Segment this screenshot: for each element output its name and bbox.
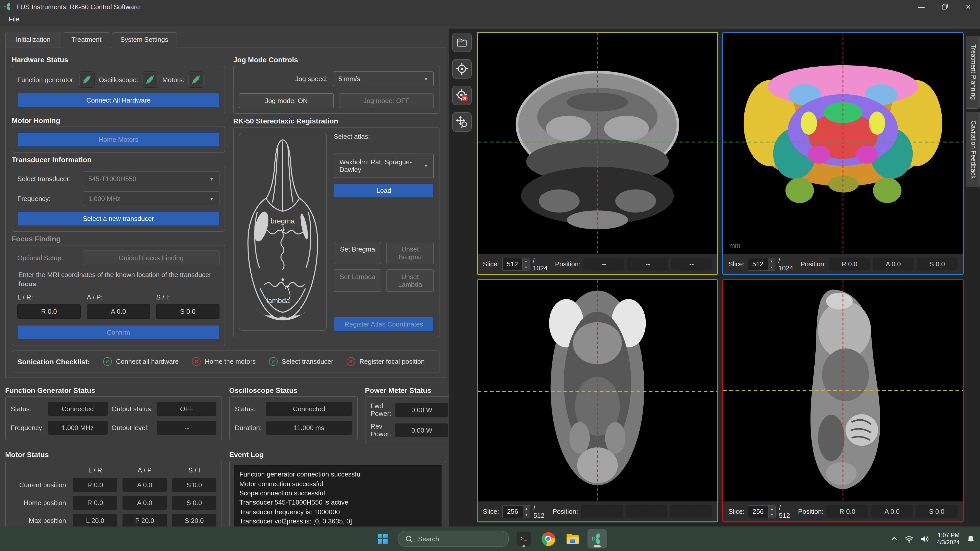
event-log-line: Transducer frequency is: 1000000 xyxy=(239,508,436,517)
chrome-taskbar-button[interactable] xyxy=(538,529,558,548)
fus-app-taskbar-button[interactable] xyxy=(587,529,607,548)
axial-mri-image[interactable] xyxy=(478,280,717,501)
position-lr: R 0.0 xyxy=(827,505,868,518)
jog-speed-select[interactable]: 5 mm/s ▼ xyxy=(333,71,434,86)
close-button[interactable]: ✕ xyxy=(956,0,980,13)
atlas-select[interactable]: Waxholm: Rat, Sprague-Dawley ▼ xyxy=(334,154,434,178)
function-generator-label: Function generator: xyxy=(18,76,75,83)
connect-all-hardware-button[interactable]: Connect All Hardware xyxy=(18,93,220,108)
slice-spinbox[interactable]: 512 ▲▼ xyxy=(502,257,530,271)
function-generator-status-indicator[interactable] xyxy=(78,71,95,88)
frequency-select[interactable]: 1.000 MHz ▼ xyxy=(83,191,220,206)
register-atlas-coordinates-button[interactable]: Register Atlas Coordinates xyxy=(334,317,434,332)
terminal-icon: >_ xyxy=(517,532,531,546)
viewer-axial-mri[interactable]: Slice: 256 ▲▼ / 512 Position: -- -- -- xyxy=(477,279,718,522)
jog-mode-off-button[interactable]: Jog mode: OFF xyxy=(339,94,434,108)
fg-output-status-value: OFF xyxy=(157,402,216,416)
spin-down-icon[interactable]: ▼ xyxy=(768,511,775,518)
clock-date: 4/3/2024 xyxy=(937,539,959,546)
slice-spinbox[interactable]: 256 ▲▼ xyxy=(748,505,776,518)
menubar: File xyxy=(0,13,980,25)
fwd-power-value: 0.00 W xyxy=(395,403,449,416)
event-log-line: Transducer 545-T1000H550 is active xyxy=(239,498,436,508)
sagittal-mri-image[interactable] xyxy=(723,280,963,501)
slice-spinbox[interactable]: 512 ▲▼ xyxy=(748,257,775,271)
tab-treatment-planning[interactable]: Treatment Planning xyxy=(966,36,980,108)
spin-up-icon[interactable]: ▲ xyxy=(768,258,775,264)
osc-duration-value: 11.000 ms xyxy=(266,421,352,435)
viewer-sagittal-mri[interactable]: Slice: 256 ▲▼ / 512 Position: R 0.0 A 0.… xyxy=(722,279,964,522)
set-lambda-button[interactable]: Set Lambda xyxy=(334,269,381,292)
clear-target-button[interactable] xyxy=(452,86,472,105)
focus-lr-input[interactable]: R 0.0 xyxy=(18,304,81,319)
position-lr: -- xyxy=(584,258,624,270)
event-log-title: Event Log xyxy=(229,451,446,459)
wifi-icon[interactable] xyxy=(904,535,914,543)
file-menu[interactable]: File xyxy=(4,14,24,24)
coronal-mri-image[interactable] xyxy=(478,33,717,254)
max-position-si: S 20.0 xyxy=(172,514,216,527)
file-explorer-taskbar-button[interactable] xyxy=(563,529,582,548)
oscilloscope-label: Oscilloscope: xyxy=(99,76,138,83)
bregma-label: bregma xyxy=(270,217,295,225)
set-bregma-button[interactable]: Set Bregma xyxy=(334,242,381,264)
tab-system-settings[interactable]: System Settings xyxy=(111,32,177,48)
taskbar-clock[interactable]: 1:07 PM 4/3/2024 xyxy=(937,531,959,546)
spin-down-icon[interactable]: ▼ xyxy=(768,264,775,270)
function-generator-status-title: Function Generator Status xyxy=(5,386,222,394)
pan-zoom-button[interactable] xyxy=(452,112,472,132)
max-position-lr: L 20.0 xyxy=(73,514,118,527)
terminal-taskbar-button[interactable]: >_ xyxy=(514,529,533,548)
function-generator-status-group: Status: Connected Output status: OFF Fre… xyxy=(5,396,222,440)
tab-treatment[interactable]: Treatment xyxy=(63,32,110,48)
atlas-image[interactable]: mm xyxy=(723,33,963,254)
load-atlas-button[interactable]: Load xyxy=(334,183,434,198)
slice-spinbox[interactable]: 256 ▲▼ xyxy=(502,505,530,518)
speaker-icon[interactable] xyxy=(920,535,929,543)
bell-icon[interactable] xyxy=(967,534,975,543)
focus-ap-input[interactable]: A 0.0 xyxy=(87,304,150,319)
chevron-up-icon[interactable] xyxy=(891,535,898,542)
slice-total: / 1024 xyxy=(533,256,549,272)
checklist-item: ✓ Select transducer xyxy=(269,357,333,366)
sagittal-slice-bar: Slice: 256 ▲▼ / 512 Position: R 0.0 A 0.… xyxy=(723,501,963,521)
motors-status-indicator[interactable] xyxy=(188,71,204,88)
event-log-line: Transducer vol2press is: [0, 0.3635, 0] xyxy=(239,517,436,527)
checklist-item: ✕ Home the motors xyxy=(192,357,256,366)
oscilloscope-status-indicator[interactable] xyxy=(142,71,158,88)
spin-down-icon[interactable]: ▼ xyxy=(523,511,530,518)
open-image-button[interactable] xyxy=(452,33,472,52)
motors-label: Motors: xyxy=(162,76,185,83)
max-position-ap: P 20.0 xyxy=(123,514,167,527)
home-motors-button[interactable]: Home Motors xyxy=(18,132,220,147)
restore-icon xyxy=(942,3,948,10)
crosshair-target-button[interactable] xyxy=(452,59,472,79)
spin-up-icon[interactable]: ▲ xyxy=(523,258,529,264)
spin-up-icon[interactable]: ▲ xyxy=(768,505,775,511)
unset-bregma-button[interactable]: Unset Bregma xyxy=(387,242,434,264)
guided-focus-finding-button[interactable]: Guided Focus Finding xyxy=(83,251,220,265)
connected-plug-icon xyxy=(81,75,92,85)
viewer-coronal-mri[interactable]: Slice: 512 ▲▼ / 1024 Position: -- -- -- xyxy=(477,32,718,275)
taskbar-search[interactable]: Search xyxy=(398,530,509,547)
axis-si-label: S / I: xyxy=(156,293,220,301)
select-new-transducer-button[interactable]: Select a new transducer xyxy=(18,211,220,226)
position-si: S 0.0 xyxy=(916,505,958,518)
transducer-select[interactable]: 545-T1000H550 ▼ xyxy=(83,171,220,186)
viewer-atlas[interactable]: mm Slice: 512 ▲▼ / 1024 Position: R 0.0 … xyxy=(722,32,964,275)
initialization-page: Hardware Status Function generator: xyxy=(5,47,446,378)
spin-up-icon[interactable]: ▲ xyxy=(523,505,530,511)
minimize-button[interactable]: — xyxy=(910,0,933,13)
fg-output-level-value: -- xyxy=(157,421,216,435)
focus-si-input[interactable]: S 0.0 xyxy=(156,304,220,319)
main-tabs: Initialization Treatment System Settings xyxy=(5,32,446,47)
tab-cavitation-feedback[interactable]: Cavitation Feedback xyxy=(966,111,980,187)
lambda-label: lambda xyxy=(266,297,290,305)
spin-down-icon[interactable]: ▼ xyxy=(523,264,529,270)
jog-mode-on-button[interactable]: Jog mode: ON xyxy=(239,94,334,108)
confirm-focus-button[interactable]: Confirm xyxy=(18,325,220,340)
unset-lambda-button[interactable]: Unset Lambda xyxy=(387,269,434,292)
tab-initialization[interactable]: Initialization xyxy=(5,32,61,47)
start-button[interactable] xyxy=(373,529,393,548)
maximize-button[interactable] xyxy=(933,0,956,13)
